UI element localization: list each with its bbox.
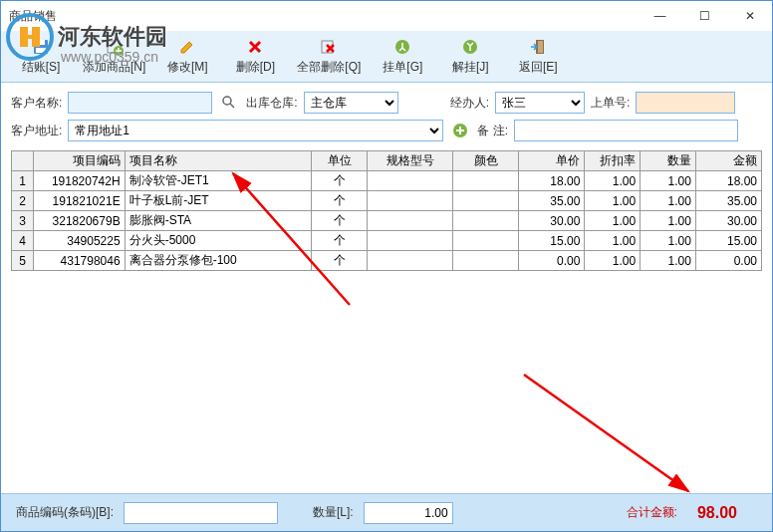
cell-rownum: 2 [12,191,34,211]
order-no-label: 上单号: [591,95,630,112]
col-code: 项目编码 [34,151,125,171]
cell-amount[interactable]: 15.00 [695,231,761,251]
cell-discount[interactable]: 1.00 [585,231,641,251]
cell-unit[interactable]: 个 [312,251,368,271]
exit-icon [528,37,548,57]
cell-price[interactable]: 35.00 [519,191,585,211]
order-no-input[interactable] [636,92,735,114]
minimize-button[interactable]: — [638,1,682,31]
add-icon[interactable] [449,120,471,141]
remark-label: 备 注: [477,123,508,139]
cell-spec[interactable] [368,211,453,231]
form-area: 客户名称: 出库仓库: 主仓库 经办人: 张三 上单号: 客户地址: 常用地址1… [1,83,772,150]
cell-amount[interactable]: 0.00 [695,251,761,271]
total-value: 98.00 [697,504,737,522]
cell-qty[interactable]: 1.00 [641,171,696,191]
table-row[interactable]: 3 321820679B 膨胀阀-STA 个 30.00 1.00 1.00 3… [12,211,762,231]
remark-input[interactable] [514,120,738,141]
cell-unit[interactable]: 个 [312,171,368,191]
cell-code[interactable]: 321820679B [34,211,125,231]
cell-amount[interactable]: 30.00 [695,211,761,231]
cell-spec[interactable] [368,171,453,191]
cell-code[interactable]: 191821021E [34,191,125,211]
btn-return[interactable]: 返回[E] [508,33,568,81]
table-row[interactable]: 2 191821021E 叶子板L前-JET 个 35.00 1.00 1.00… [12,191,762,211]
cell-name[interactable]: 离合器分泵修包-100 [125,251,312,271]
col-spec: 规格型号 [368,151,453,171]
cell-name[interactable]: 叶子板L前-JET [125,191,312,211]
btn-delall[interactable]: 全部删除[Q] [293,33,365,81]
col-color: 颜色 [453,151,519,171]
btn-delall-label: 全部删除[Q] [297,59,361,76]
btn-delete[interactable]: 删除[D] [225,33,285,81]
cell-qty[interactable]: 1.00 [641,211,696,231]
cell-color[interactable] [453,231,519,251]
cell-price[interactable]: 15.00 [519,231,585,251]
table-row[interactable]: 1 191820742H 制冷软管-JET1 个 18.00 1.00 1.00… [12,171,762,191]
col-rownum [12,151,34,171]
btn-modify[interactable]: 修改[M] [157,33,217,81]
cell-rownum: 5 [12,251,34,271]
cell-spec[interactable] [368,231,453,251]
bottom-qty-input[interactable] [364,502,453,524]
cell-discount[interactable]: 1.00 [585,251,641,271]
cell-color[interactable] [453,211,519,231]
customer-addr-select[interactable]: 常用地址1 [68,120,443,141]
customer-name-label: 客户名称: [11,95,62,112]
cell-discount[interactable]: 1.00 [585,211,641,231]
cell-unit[interactable]: 个 [312,211,368,231]
cell-color[interactable] [453,191,519,211]
table-area: 项目编码 项目名称 单位 规格型号 颜色 单价 折扣率 数量 金额 1 1918… [1,150,772,271]
btn-add[interactable]: 添加商品[N] [79,33,149,81]
svg-rect-3 [36,48,46,53]
cell-code[interactable]: 34905225 [34,231,125,251]
bottom-code-label: 商品编码(条码)[B]: [16,504,114,521]
cell-code[interactable]: 191820742H [34,171,125,191]
cell-discount[interactable]: 1.00 [585,191,641,211]
cell-qty[interactable]: 1.00 [641,191,696,211]
cell-qty[interactable]: 1.00 [641,251,696,271]
cell-color[interactable] [453,251,519,271]
btn-hold[interactable]: 挂单[G] [373,33,432,81]
handler-select[interactable]: 张三 [495,92,585,114]
cell-spec[interactable] [368,191,453,211]
table-row[interactable]: 4 34905225 分火头-5000 个 15.00 1.00 1.00 15… [12,231,762,251]
cell-price[interactable]: 18.00 [519,171,585,191]
col-discount: 折扣率 [585,151,641,171]
cell-qty[interactable]: 1.00 [641,231,696,251]
cell-spec[interactable] [368,251,453,271]
table-row[interactable]: 5 431798046 离合器分泵修包-100 个 0.00 1.00 1.00… [12,251,762,271]
window-title: 商品销售 [9,8,57,25]
cell-unit[interactable]: 个 [312,231,368,251]
close-button[interactable]: ✕ [727,1,772,31]
cell-name[interactable]: 制冷软管-JET1 [125,171,312,191]
cell-name[interactable]: 分火头-5000 [125,231,312,251]
cell-color[interactable] [453,171,519,191]
cell-price[interactable]: 0.00 [519,251,585,271]
annotation-arrow-2 [519,370,698,499]
btn-settle-label: 结账[S] [22,59,61,76]
bottom-code-input[interactable] [124,502,278,524]
maximize-button[interactable]: ☐ [682,1,727,31]
col-qty: 数量 [641,151,696,171]
cell-code[interactable]: 431798046 [34,251,125,271]
btn-unhold[interactable]: 解挂[J] [440,33,500,81]
btn-hold-label: 挂单[G] [383,59,422,76]
cell-discount[interactable]: 1.00 [585,171,641,191]
warehouse-select[interactable]: 主仓库 [304,92,398,114]
search-icon[interactable] [218,92,240,114]
svg-point-17 [223,97,231,105]
edit-icon [177,37,197,57]
cell-name[interactable]: 膨胀阀-STA [125,211,312,231]
bottom-bar: 商品编码(条码)[B]: 数量[L]: 合计金额: 98.00 [1,493,772,531]
cell-price[interactable]: 30.00 [519,211,585,231]
btn-settle[interactable]: 结账[S] [11,33,71,81]
cell-amount[interactable]: 35.00 [695,191,761,211]
add-icon [105,37,125,57]
cell-rownum: 1 [12,171,34,191]
cell-amount[interactable]: 18.00 [695,171,761,191]
svg-rect-2 [37,40,45,45]
col-price: 单价 [519,151,585,171]
customer-name-input[interactable] [68,92,212,114]
cell-unit[interactable]: 个 [312,191,368,211]
